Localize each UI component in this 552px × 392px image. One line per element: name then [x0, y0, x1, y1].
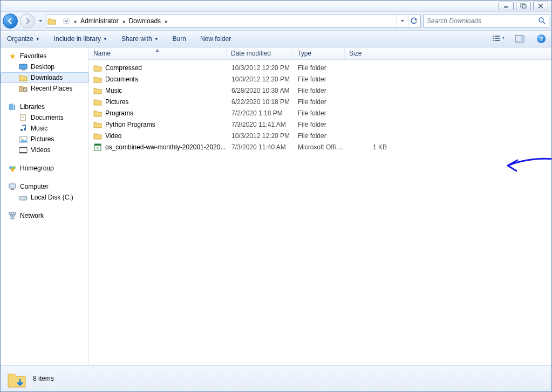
nav-lib-videos[interactable]: Videos: [1, 145, 88, 155]
status-count: 8 items: [33, 375, 54, 382]
sort-asc-icon: ▲: [155, 47, 160, 53]
titlebar: [1, 1, 551, 12]
nav-label: Favorites: [20, 52, 46, 60]
file-row[interactable]: Video10/3/2012 12:20 PMFile folder: [89, 130, 551, 141]
nav-label: Desktop: [31, 63, 54, 71]
chevron-right-icon[interactable]: ▸: [164, 18, 169, 24]
downloads-icon: [19, 73, 28, 82]
nav-lib-pictures[interactable]: Pictures: [1, 134, 88, 145]
chevron-right-icon[interactable]: ▸: [122, 18, 127, 24]
homegroup-header[interactable]: Homegroup: [1, 163, 88, 174]
explorer-window: ▸ Administrator ▸ Downloads ▸ Search Dow…: [0, 0, 552, 392]
file-type: File folder: [298, 132, 350, 140]
svg-point-23: [21, 129, 23, 131]
toolbar-label: Burn: [173, 35, 186, 43]
network-icon: [8, 211, 17, 220]
toolbar: Organize▼ Include in library▼ Share with…: [1, 31, 551, 47]
nav-local-disk-c[interactable]: Local Disk (C:): [1, 192, 88, 203]
music-icon: [19, 124, 28, 133]
chevron-right-icon[interactable]: ▸: [73, 18, 78, 24]
nav-label: Downloads: [31, 74, 63, 81]
libraries-header[interactable]: Libraries: [1, 101, 88, 112]
share-with-button[interactable]: Share with▼: [119, 34, 161, 44]
burn-button[interactable]: Burn: [171, 34, 188, 44]
content-area: Name▲ Date modified Type Size Compressed…: [89, 47, 551, 365]
svg-rect-7: [495, 36, 500, 37]
excel-icon: X: [93, 143, 102, 152]
nav-desktop[interactable]: Desktop: [1, 61, 88, 72]
file-type: File folder: [298, 64, 350, 72]
favorites-header[interactable]: ★ Favorites: [1, 51, 88, 61]
file-row[interactable]: Xos_combined-ww-monthly-202001-2020...7/…: [89, 141, 551, 153]
maximize-button[interactable]: [516, 2, 531, 10]
nav-label: Homegroup: [20, 164, 54, 172]
search-input[interactable]: Search Downloads: [423, 15, 549, 27]
file-row[interactable]: Compressed10/3/2012 12:20 PMFile folder: [89, 62, 551, 73]
file-type: File folder: [298, 75, 350, 83]
col-label: Size: [349, 50, 362, 57]
help-button[interactable]: ?: [535, 33, 547, 44]
svg-rect-18: [11, 104, 13, 110]
nav-downloads[interactable]: Downloads: [1, 72, 88, 83]
organize-button[interactable]: Organize▼: [5, 34, 42, 44]
nav-label: Local Disk (C:): [31, 194, 73, 201]
view-options-button[interactable]: [492, 33, 504, 44]
folder-large-icon: [6, 369, 25, 388]
nav-lib-music[interactable]: Music: [1, 123, 88, 134]
breadcrumb-downloads[interactable]: Downloads: [127, 15, 164, 27]
nav-label: Music: [31, 125, 47, 132]
homegroup-group: Homegroup: [1, 163, 88, 174]
file-row[interactable]: Python Programs7/3/2020 11:41 AMFile fol…: [89, 119, 551, 130]
folder-icon: [93, 109, 102, 118]
star-icon: ★: [8, 52, 17, 60]
file-row[interactable]: Documents10/3/2012 12:20 PMFile folder: [89, 73, 551, 85]
include-in-library-button[interactable]: Include in library▼: [52, 34, 110, 44]
column-header-name[interactable]: Name▲: [89, 47, 227, 59]
address-bar[interactable]: ▸ Administrator ▸ Downloads ▸: [46, 15, 421, 27]
file-row[interactable]: Programs7/2/2020 1:18 PMFile folder: [89, 107, 551, 119]
svg-rect-37: [9, 212, 12, 215]
minimize-button[interactable]: [499, 2, 514, 10]
forward-button[interactable]: [20, 13, 35, 29]
file-name: Programs: [105, 109, 133, 117]
svg-rect-17: [9, 104, 11, 110]
svg-point-36: [25, 198, 26, 199]
file-list[interactable]: Compressed10/3/2012 12:20 PMFile folderD…: [89, 60, 551, 365]
column-header-type[interactable]: Type: [293, 47, 345, 59]
computer-icon: [8, 182, 17, 191]
file-row[interactable]: Pictures6/22/2020 10:18 PMFile folder: [89, 96, 551, 107]
file-size: 1 KB: [350, 143, 391, 151]
breadcrumb-administrator[interactable]: Administrator: [78, 15, 122, 27]
refresh-button[interactable]: [408, 16, 419, 26]
svg-rect-28: [19, 147, 27, 148]
file-date: 10/3/2012 12:20 PM: [231, 75, 298, 83]
breadcrumb-label: Downloads: [129, 17, 161, 25]
file-name: Music: [105, 87, 122, 94]
nav-label: Videos: [31, 146, 50, 154]
help-icon: ?: [537, 35, 546, 43]
toolbar-label: Organize: [7, 35, 33, 43]
history-dropdown[interactable]: [37, 14, 44, 28]
folder-icon: [93, 75, 102, 84]
preview-pane-button[interactable]: [514, 33, 526, 44]
chevron-down-icon: ▼: [36, 37, 40, 42]
nav-lib-documents[interactable]: Documents: [1, 112, 88, 123]
down-arrow-icon[interactable]: [56, 17, 73, 25]
address-dropdown[interactable]: [397, 16, 408, 26]
videos-icon: [19, 146, 28, 154]
file-type: File folder: [298, 121, 350, 128]
close-button[interactable]: [533, 2, 548, 10]
file-row[interactable]: Music6/28/2020 10:30 AMFile folder: [89, 85, 551, 96]
svg-rect-4: [64, 18, 69, 24]
computer-header[interactable]: Computer: [1, 181, 88, 192]
col-label: Type: [297, 50, 311, 57]
column-header-size[interactable]: Size: [345, 47, 386, 59]
drive-icon: [19, 193, 28, 202]
column-header-date[interactable]: Date modified: [227, 47, 293, 59]
col-label: Date modified: [231, 50, 271, 57]
network-header[interactable]: Network: [1, 210, 88, 221]
new-folder-button[interactable]: New folder: [198, 34, 233, 44]
back-button[interactable]: [3, 13, 18, 29]
nav-recent-places[interactable]: Recent Places: [1, 83, 88, 94]
search-icon: [538, 17, 546, 26]
